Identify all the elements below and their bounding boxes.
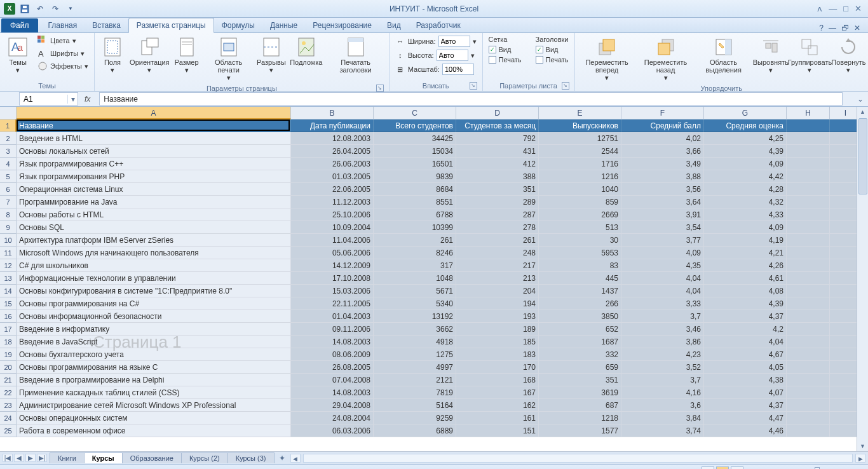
cell[interactable]: 2544 bbox=[539, 145, 621, 158]
cell[interactable]: 5340 bbox=[374, 297, 456, 310]
cell[interactable]: Введение в JavaScript bbox=[17, 336, 291, 348]
ribbon-tab[interactable]: Рецензирование bbox=[305, 18, 379, 32]
cell[interactable]: 3,91 bbox=[621, 208, 704, 221]
cell[interactable]: Информационные технологии в управлении bbox=[17, 272, 291, 285]
cell[interactable]: 261 bbox=[456, 234, 539, 247]
cell[interactable]: 4,37 bbox=[704, 310, 787, 323]
scale-launcher[interactable]: ↘ bbox=[470, 82, 477, 90]
background-button[interactable]: Подложка bbox=[290, 35, 322, 68]
cell[interactable]: 3,7 bbox=[621, 374, 704, 386]
cell[interactable]: 170 bbox=[456, 361, 539, 374]
cell[interactable] bbox=[787, 183, 830, 196]
cell[interactable]: 4,2 bbox=[704, 323, 787, 336]
ribbon-tab[interactable]: Разработчик bbox=[409, 18, 468, 32]
cell[interactable]: 4,04 bbox=[621, 285, 704, 297]
cell[interactable]: Программирование на Java bbox=[17, 196, 291, 208]
print-titles-button[interactable]: Печатать заголовки bbox=[326, 35, 384, 76]
cell[interactable]: Применение каскадных таблиц стилей (CSS) bbox=[17, 386, 291, 399]
cell[interactable]: 194 bbox=[456, 297, 539, 310]
cell[interactable]: 8551 bbox=[374, 196, 456, 208]
cell[interactable]: 332 bbox=[539, 348, 621, 361]
row-header[interactable]: 12 bbox=[0, 259, 17, 272]
sheet-tab[interactable]: Курсы (2) bbox=[181, 452, 228, 463]
cell[interactable]: 3619 bbox=[539, 386, 621, 399]
cell[interactable]: 30 bbox=[539, 234, 621, 247]
cell[interactable]: 3,7 bbox=[621, 310, 704, 323]
cell[interactable]: Основы конфигурирования в системе "1С:Пр… bbox=[17, 285, 291, 297]
cell[interactable] bbox=[787, 234, 830, 247]
sheet-next-icon[interactable]: ▶ bbox=[25, 454, 36, 462]
sheet-tab[interactable]: Курсы bbox=[84, 452, 123, 463]
cell[interactable]: 4,47 bbox=[704, 412, 787, 425]
row-header[interactable]: 13 bbox=[0, 272, 17, 285]
row-header[interactable]: 24 bbox=[0, 412, 17, 425]
cell[interactable]: 07.04.2008 bbox=[291, 374, 374, 386]
cell[interactable]: 266 bbox=[539, 297, 621, 310]
cell[interactable]: 687 bbox=[539, 399, 621, 412]
cell[interactable]: 1577 bbox=[539, 425, 621, 437]
column-header[interactable]: D bbox=[456, 107, 539, 119]
cell[interactable]: 14.12.2009 bbox=[291, 259, 374, 272]
cell[interactable]: 01.03.2005 bbox=[291, 170, 374, 183]
cell[interactable]: 8246 bbox=[374, 247, 456, 259]
fonts-button[interactable]: AШрифты ▾ bbox=[36, 48, 90, 59]
cell[interactable]: 3,64 bbox=[621, 196, 704, 208]
cell[interactable]: Основы бухгалтерского учета bbox=[17, 348, 291, 361]
select-all-corner[interactable] bbox=[0, 107, 17, 119]
cell[interactable]: 3,33 bbox=[621, 297, 704, 310]
cell[interactable]: 167 bbox=[456, 386, 539, 399]
cell[interactable]: 15034 bbox=[374, 145, 456, 158]
cell[interactable]: Дата публикации bbox=[291, 119, 374, 132]
themes-button[interactable]: Aa Темы▾ bbox=[4, 35, 32, 76]
cell[interactable]: 652 bbox=[539, 323, 621, 336]
maximize-icon[interactable]: □ bbox=[843, 4, 848, 13]
column-header[interactable]: E bbox=[539, 107, 621, 119]
normal-view-icon[interactable]: ▦ bbox=[702, 466, 714, 470]
cell[interactable] bbox=[787, 285, 830, 297]
file-tab[interactable]: Файл bbox=[1, 18, 38, 32]
cell[interactable]: 287 bbox=[456, 208, 539, 221]
row-header[interactable]: 18 bbox=[0, 336, 17, 348]
cell[interactable]: 3,84 bbox=[621, 412, 704, 425]
gridlines-print-checkbox[interactable]: Печать bbox=[487, 55, 524, 64]
cell[interactable]: 217 bbox=[456, 259, 539, 272]
cell[interactable]: 9839 bbox=[374, 170, 456, 183]
cell[interactable] bbox=[787, 196, 830, 208]
cell[interactable] bbox=[787, 361, 830, 374]
formula-bar[interactable]: Название bbox=[99, 92, 843, 105]
column-header[interactable]: C bbox=[374, 107, 456, 119]
cell[interactable]: 388 bbox=[456, 170, 539, 183]
qat-dropdown-icon[interactable]: ▼ bbox=[65, 3, 76, 15]
hscroll-left-icon[interactable]: ◀ bbox=[290, 454, 301, 463]
size-button[interactable]: Размер▾ bbox=[173, 35, 201, 76]
minimize-icon[interactable]: — bbox=[829, 4, 837, 13]
cell[interactable]: 151 bbox=[456, 425, 539, 437]
cell[interactable]: 22.06.2005 bbox=[291, 183, 374, 196]
selection-pane-button[interactable]: Область выделения bbox=[696, 35, 751, 76]
cell[interactable]: Основы информационной безопасности bbox=[17, 310, 291, 323]
cell[interactable]: 7819 bbox=[374, 386, 456, 399]
cell[interactable]: 4,21 bbox=[704, 247, 787, 259]
row-header[interactable]: 1 bbox=[0, 119, 17, 132]
row-header[interactable]: 20 bbox=[0, 361, 17, 374]
ribbon-tab[interactable]: Данные bbox=[262, 18, 305, 32]
cell[interactable]: 4,67 bbox=[704, 348, 787, 361]
cell[interactable]: 09.11.2006 bbox=[291, 323, 374, 336]
cell[interactable]: 3,52 bbox=[621, 361, 704, 374]
inner-close-icon[interactable]: ✕ bbox=[854, 24, 860, 32]
cell[interactable]: 2669 bbox=[539, 208, 621, 221]
cell[interactable]: 204 bbox=[456, 285, 539, 297]
cell[interactable]: 4,04 bbox=[621, 272, 704, 285]
row-header[interactable]: 6 bbox=[0, 183, 17, 196]
breaks-button[interactable]: Разрывы▾ bbox=[257, 35, 287, 76]
row-header[interactable]: 7 bbox=[0, 196, 17, 208]
sheet-last-icon[interactable]: ▶| bbox=[37, 454, 47, 462]
cell[interactable]: 4,26 bbox=[704, 259, 787, 272]
row-header[interactable]: 9 bbox=[0, 221, 17, 234]
cell[interactable]: Работа в современном офисе bbox=[17, 425, 291, 437]
sheet-tab[interactable]: Образование bbox=[122, 452, 182, 463]
cell[interactable]: 4,16 bbox=[621, 386, 704, 399]
vertical-scrollbar[interactable]: ▲ ▼ bbox=[857, 107, 868, 451]
cell[interactable]: 06.03.2006 bbox=[291, 425, 374, 437]
cell[interactable] bbox=[787, 208, 830, 221]
